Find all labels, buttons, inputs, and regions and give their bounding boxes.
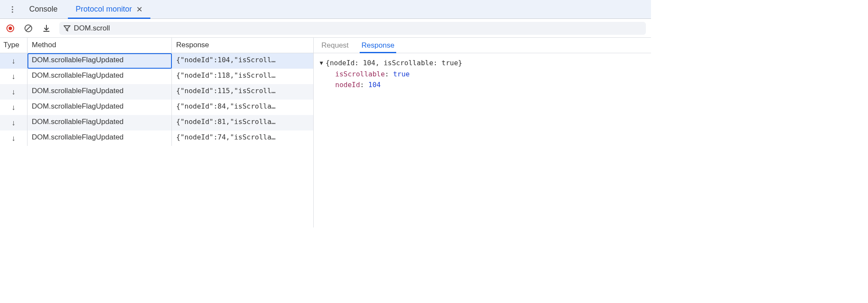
table-row[interactable]: ↓DOM.scrollableFlagUpdated{"nodeId":104,… (0, 53, 313, 69)
arrow-down-icon: ↓ (0, 130, 28, 146)
column-header-method[interactable]: Method (28, 38, 172, 53)
tab-protocol-monitor[interactable]: Protocol monitor ✕ (68, 0, 150, 18)
tab-label: Console (29, 5, 58, 14)
tab-label: Protocol monitor (76, 5, 132, 14)
table-row[interactable]: ↓DOM.scrollableFlagUpdated{"nodeId":115,… (0, 84, 313, 100)
filter-icon (64, 25, 70, 32)
clear-button[interactable] (23, 23, 34, 33)
more-menu-button[interactable] (6, 3, 19, 16)
record-button[interactable] (5, 23, 15, 33)
cell-response: {"nodeId":74,"isScrolla… (172, 130, 313, 146)
table-body: ↓DOM.scrollableFlagUpdated{"nodeId":104,… (0, 53, 313, 227)
table-row[interactable]: ↓DOM.scrollableFlagUpdated{"nodeId":81,"… (0, 115, 313, 130)
cell-response: {"nodeId":84,"isScrolla… (172, 100, 313, 115)
svg-point-1 (12, 9, 13, 10)
table-row[interactable]: ↓DOM.scrollableFlagUpdated{"nodeId":84,"… (0, 100, 313, 115)
cell-method: DOM.scrollableFlagUpdated (28, 69, 172, 84)
cell-method: DOM.scrollableFlagUpdated (28, 53, 172, 69)
tree-summary[interactable]: {nodeId: 104, isScrollable: true} (326, 58, 462, 69)
cell-response: {"nodeId":115,"isScroll… (172, 84, 313, 100)
cell-method: DOM.scrollableFlagUpdated (28, 130, 172, 146)
svg-point-0 (12, 6, 13, 7)
arrow-down-icon: ↓ (0, 53, 28, 69)
tree-value: 104 (368, 81, 381, 89)
detail-pane: Request Response ▼ {nodeId: 104, isScrol… (314, 38, 651, 227)
detail-tab-response[interactable]: Response (360, 38, 396, 53)
log-table-pane: Type Method Response ↓DOM.scrollableFlag… (0, 38, 314, 227)
toolbar (0, 19, 651, 38)
svg-point-4 (9, 27, 12, 30)
svg-line-6 (26, 26, 31, 30)
tree-expand-caret[interactable]: ▼ (320, 58, 323, 68)
table-row[interactable]: ↓DOM.scrollableFlagUpdated{"nodeId":74,"… (0, 130, 313, 146)
filter-box[interactable] (59, 22, 646, 35)
cell-method: DOM.scrollableFlagUpdated (28, 100, 172, 115)
cell-response: {"nodeId":81,"isScrolla… (172, 115, 313, 130)
panel-tabbar: Console Protocol monitor ✕ (0, 0, 651, 19)
table-row[interactable]: ↓DOM.scrollableFlagUpdated{"nodeId":118,… (0, 69, 313, 84)
close-icon[interactable]: ✕ (136, 5, 143, 14)
cell-response: {"nodeId":104,"isScroll… (172, 53, 313, 69)
svg-point-2 (12, 11, 13, 12)
download-button[interactable] (41, 23, 52, 33)
table-header-row: Type Method Response (0, 38, 313, 53)
filter-input[interactable] (74, 24, 642, 33)
column-header-response[interactable]: Response (172, 38, 313, 53)
tree-value: true (393, 70, 410, 78)
detail-tab-request[interactable]: Request (320, 38, 350, 53)
svg-marker-9 (64, 26, 70, 31)
cell-method: DOM.scrollableFlagUpdated (28, 115, 172, 130)
main-split: Type Method Response ↓DOM.scrollableFlag… (0, 38, 651, 227)
cell-method: DOM.scrollableFlagUpdated (28, 84, 172, 100)
tree-key: isScrollable (335, 70, 385, 78)
tree-entry[interactable]: nodeId: 104 (335, 79, 645, 91)
tab-console[interactable]: Console (21, 0, 65, 18)
arrow-down-icon: ↓ (0, 100, 28, 115)
json-tree: ▼ {nodeId: 104, isScrollable: true} isSc… (314, 53, 651, 95)
cell-response: {"nodeId":118,"isScroll… (172, 69, 313, 84)
arrow-down-icon: ↓ (0, 84, 28, 100)
arrow-down-icon: ↓ (0, 115, 28, 130)
tree-entry[interactable]: isScrollable: true (335, 69, 645, 80)
tree-key: nodeId (335, 81, 360, 89)
column-header-type[interactable]: Type (0, 38, 28, 53)
arrow-down-icon: ↓ (0, 69, 28, 84)
detail-tabs: Request Response (314, 38, 651, 53)
